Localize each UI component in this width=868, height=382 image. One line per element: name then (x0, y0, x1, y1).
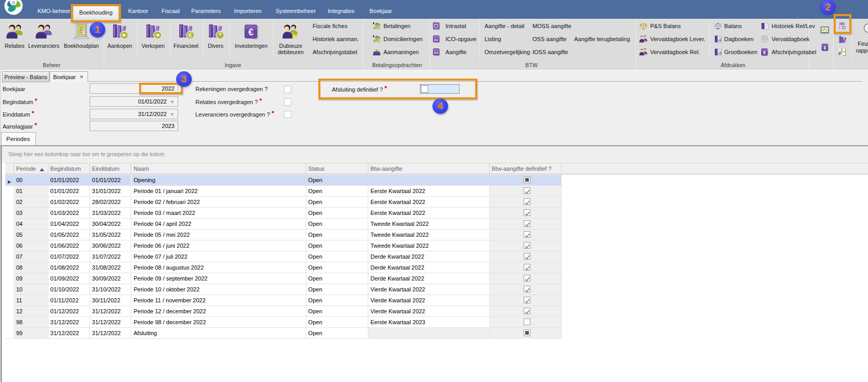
svg-text:eu: eu (434, 38, 438, 42)
svg-text:€: € (824, 45, 827, 50)
svg-text:a: a (11, 0, 15, 5)
svg-text:btw: btw (434, 51, 439, 54)
svg-text:€: € (763, 49, 766, 55)
svg-text:€: € (248, 27, 253, 37)
svg-text:*: * (218, 31, 221, 40)
